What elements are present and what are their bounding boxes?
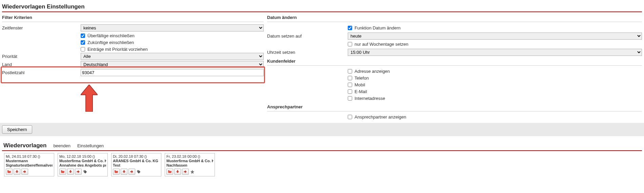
svg-marker-0	[81, 85, 98, 112]
prioritaet-select[interactable]: Alle	[81, 53, 264, 60]
download-icon[interactable]	[67, 169, 74, 175]
ueberfaellige-checkbox[interactable]	[81, 34, 85, 38]
card-company: Mustermann	[6, 159, 53, 163]
tag-icon	[136, 169, 141, 174]
land-select[interactable]: Deutschland	[81, 61, 264, 68]
datum-setzen-label: Datum setzen auf	[267, 34, 348, 39]
forward-icon[interactable]	[75, 169, 82, 175]
adresse-checkbox[interactable]	[348, 69, 352, 73]
open-folder-icon[interactable]	[59, 169, 66, 175]
zeitfenster-select[interactable]: keines	[81, 24, 264, 31]
card-subject: Nachfassen	[166, 163, 213, 168]
card-date: Di, 20.02.18 07:30 ()	[113, 154, 160, 159]
ueberfaellige-label: Überfällige einschließen	[87, 33, 135, 38]
mobil-label: Mobil	[355, 82, 365, 87]
wochentage-checkbox[interactable]	[348, 42, 352, 46]
uhrzeit-label: Uhrzeit setzen	[267, 50, 348, 55]
uhrzeit-select[interactable]: 15:00 Uhr	[348, 49, 642, 56]
star-icon	[190, 169, 195, 174]
open-folder-icon[interactable]	[113, 169, 120, 175]
funktion-datum-label: Funktion Datum ändern	[355, 25, 401, 30]
einstellungen-link[interactable]: Einstellungen	[77, 143, 104, 148]
mobil-checkbox[interactable]	[348, 83, 352, 87]
zukuenftige-checkbox[interactable]	[81, 40, 85, 45]
wiedervorlage-card[interactable]: Mi, 24.01.18 07:30 ()MustermannSignaturt…	[4, 153, 54, 176]
card-company: Musterfirma GmbH & Co. KG	[59, 159, 106, 163]
zeitfenster-label: Zeitfenster	[2, 25, 81, 30]
prioritaet-vorziehen-checkbox[interactable]	[81, 47, 85, 51]
datum-section-title: Datum ändern	[267, 13, 642, 22]
open-folder-icon[interactable]	[6, 169, 13, 175]
download-icon[interactable]	[121, 169, 127, 175]
card-subject: Signaturtestbereffemailversand	[6, 163, 53, 168]
adresse-label: Adresse anzeigen	[355, 69, 390, 74]
forward-icon[interactable]	[128, 169, 135, 175]
card-date: Fr, 23.02.18 00:00 ()	[166, 154, 213, 159]
download-icon[interactable]	[14, 169, 20, 175]
datum-setzen-select[interactable]: heute	[348, 33, 642, 40]
wiedervorlagen-title: Wiedervorlagen	[3, 142, 46, 149]
telefon-checkbox[interactable]	[348, 76, 352, 80]
email-label: E-Mail	[355, 89, 367, 94]
ansprechpartner-checkbox[interactable]	[348, 115, 352, 119]
zukuenftige-label: Zukünftige einschließen	[87, 40, 134, 45]
card-subject: Test	[113, 163, 160, 168]
kundenfelder-section-title: Kundenfelder	[267, 57, 642, 66]
internet-label: Internetadresse	[355, 96, 385, 101]
internet-checkbox[interactable]	[348, 96, 352, 101]
plz-label: Postleitzahl	[2, 70, 81, 75]
card-date: Mo, 12.02.18 15:00 ()	[59, 154, 106, 159]
save-button[interactable]: Speichern	[2, 125, 32, 134]
download-icon[interactable]	[174, 169, 181, 175]
prioritaet-vorziehen-label: Einträge mit Priorität vorziehen	[87, 47, 148, 52]
svg-point-1	[84, 171, 85, 171]
email-checkbox[interactable]	[348, 89, 352, 94]
land-label: Land	[2, 62, 81, 67]
wochentage-label: nur auf Wochentage setzen	[355, 42, 408, 47]
funktion-datum-checkbox[interactable]	[348, 26, 352, 30]
wiedervorlage-card[interactable]: Mo, 12.02.18 15:00 ()Musterfirma GmbH & …	[58, 153, 108, 176]
tag-icon	[83, 169, 87, 174]
plz-input[interactable]	[81, 69, 264, 76]
card-company: ARANES GmbH & Co. KG	[113, 159, 160, 163]
arrow-icon	[81, 85, 98, 113]
prioritaet-label: Priorität	[2, 54, 81, 59]
card-subject: Annahme des Angebots prüfen	[59, 163, 106, 168]
wiedervorlage-card[interactable]: Di, 20.02.18 07:30 ()ARANES GmbH & Co. K…	[111, 153, 161, 176]
card-date: Mi, 24.01.18 07:30 ()	[6, 154, 53, 159]
svg-point-2	[138, 171, 138, 171]
telefon-label: Telefon	[355, 76, 369, 81]
card-company: Musterfirma GmbH & Co. KG	[166, 159, 213, 163]
forward-icon[interactable]	[182, 169, 189, 175]
open-folder-icon[interactable]	[166, 169, 173, 175]
forward-icon[interactable]	[21, 169, 28, 175]
filter-section-title: Filter Kriterien	[2, 13, 264, 22]
beenden-link[interactable]: beenden	[53, 143, 71, 148]
ansprechpartner-section-title: Ansprechpartner	[267, 102, 642, 111]
page-title: Wiedervorlagen Einstellungen	[2, 3, 642, 10]
wiedervorlage-card[interactable]: Fr, 23.02.18 00:00 ()Musterfirma GmbH & …	[165, 153, 215, 176]
ansprechpartner-label: Ansprechpartner anzeigen	[355, 114, 406, 120]
